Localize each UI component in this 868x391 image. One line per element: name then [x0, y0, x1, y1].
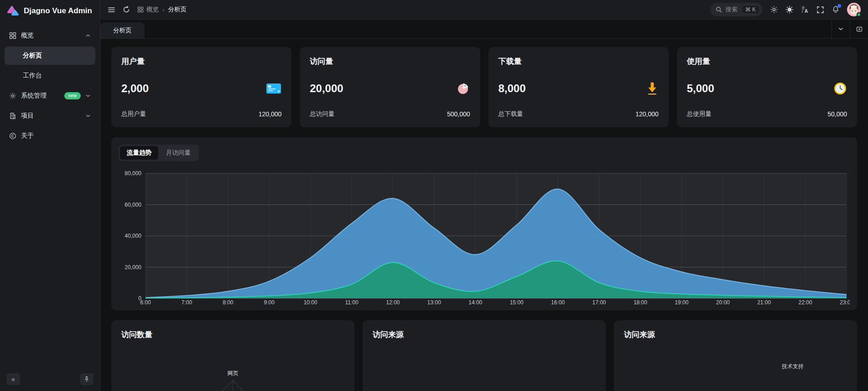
content-fullscreen-icon[interactable] [850, 20, 868, 38]
radar-chart: 网页 [111, 348, 354, 391]
stat-card-usage: 使用量 5,000 总使用量 50,000 [677, 47, 857, 127]
theme-sun-icon[interactable] [785, 5, 794, 14]
stat-value: 2,000 [121, 82, 149, 95]
stat-title: 下载量 [499, 56, 659, 67]
gear-icon [9, 92, 16, 99]
svg-text:14:00: 14:00 [468, 299, 482, 306]
sidebar-item-about[interactable]: 关于 [5, 127, 95, 145]
pie-chart [363, 348, 606, 391]
notification-dot [837, 4, 841, 8]
app-title: Djagno Vue Admin [24, 6, 92, 16]
header-actions: 搜索 ⌘ K 文 [710, 3, 861, 16]
stat-footer-label: 总访问量 [310, 110, 334, 118]
area-chart: 020,00040,00060,00080,0006:007:008:009:0… [119, 165, 850, 306]
svg-text:20:00: 20:00 [716, 299, 730, 306]
visit-count-card: 访问数量 网页 [111, 320, 354, 391]
breadcrumb: 概览 › 分析页 [137, 5, 187, 14]
breadcrumb-section[interactable]: 概览 [137, 5, 159, 14]
stat-footer-label: 总使用量 [687, 110, 712, 118]
page-content: 用户量 2,000 [100, 39, 868, 391]
sidebar-item-label: 分析页 [23, 52, 42, 60]
avatar[interactable] [847, 3, 861, 16]
top-header: 概览 › 分析页 搜索 ⌘ K [100, 0, 868, 20]
card-title: 访问来源 [373, 329, 596, 340]
stat-value: 20,000 [310, 82, 343, 95]
svg-text:%: % [464, 84, 467, 87]
grid-icon [9, 32, 16, 39]
svg-text:A: A [805, 9, 808, 14]
pie-slice-label: 技术支持 [782, 363, 804, 370]
stat-title: 访问量 [310, 56, 470, 67]
stat-card-visits: 访问量 20,000 % 总访问量 500,000 [300, 47, 480, 127]
svg-text:17:00: 17:00 [593, 299, 606, 306]
visit-source-rose-card: 访问来源 技术支持 [614, 320, 857, 391]
pie-icon: % [457, 82, 470, 95]
new-badge: new [64, 92, 81, 99]
fullscreen-icon[interactable] [816, 6, 824, 14]
sidebar-item-workbench[interactable]: 工作台 [5, 67, 95, 85]
search-placeholder: 搜索 [726, 5, 738, 14]
svg-text:20,000: 20,000 [125, 264, 141, 271]
search-icon [716, 6, 722, 13]
tab-tools [832, 20, 868, 38]
stat-value: 5,000 [687, 82, 714, 95]
clock-icon [833, 82, 847, 95]
svg-text:11:00: 11:00 [345, 299, 358, 306]
sidebar: Djagno Vue Admin 概览 分析页 [0, 0, 100, 391]
sidebar-item-label: 项目 [21, 112, 34, 120]
svg-text:40,000: 40,000 [125, 233, 141, 239]
search-input[interactable]: 搜索 ⌘ K [710, 3, 763, 16]
chevron-up-icon [85, 33, 91, 38]
sidebar-item-label: 工作台 [23, 72, 42, 80]
sidebar-item-project[interactable]: 项目 [5, 107, 95, 125]
stat-title: 使用量 [687, 56, 847, 67]
tab-bar: 分析页 [100, 20, 868, 39]
logo-row[interactable]: Djagno Vue Admin [0, 0, 100, 22]
notification-bell-icon[interactable] [832, 5, 840, 14]
stat-value: 8,000 [499, 82, 526, 95]
visit-source-pie-card: 访问来源 [363, 320, 606, 391]
sidebar-item-system[interactable]: 系统管理 new [5, 87, 95, 105]
settings-gear-icon[interactable] [770, 5, 778, 14]
sidebar-item-overview[interactable]: 概览 [5, 26, 95, 45]
chevron-down-icon [85, 93, 91, 99]
stat-title: 用户量 [121, 56, 281, 67]
refresh-icon[interactable] [123, 6, 130, 13]
hamburger-menu-icon[interactable] [108, 6, 115, 14]
svg-text:21:00: 21:00 [757, 299, 771, 306]
trend-segmented-control: 流量趋势 月访问量 [119, 145, 199, 161]
tab-traffic-trend[interactable]: 流量趋势 [120, 146, 158, 160]
rose-pie-chart: 技术支持 [614, 348, 857, 391]
building-icon [9, 112, 16, 120]
svg-text:8:00: 8:00 [223, 299, 234, 306]
stat-card-row: 用户量 2,000 [111, 47, 857, 127]
copyright-icon [9, 132, 16, 140]
sidebar-item-analytics[interactable]: 分析页 [5, 47, 95, 65]
svg-text:22:00: 22:00 [799, 299, 812, 306]
svg-text:19:00: 19:00 [675, 299, 688, 306]
online-status-dot [857, 12, 861, 17]
svg-text:60,000: 60,000 [125, 202, 141, 208]
stat-footer-value: 500,000 [447, 110, 470, 118]
svg-text:80,000: 80,000 [125, 170, 141, 177]
svg-text:6:00: 6:00 [140, 299, 151, 306]
sidebar-collapse-button[interactable]: « [6, 373, 20, 385]
svg-text:16:00: 16:00 [551, 299, 565, 306]
id-card-icon [266, 83, 281, 94]
chevron-down-icon [85, 113, 91, 119]
tab-analytics[interactable]: 分析页 [100, 22, 145, 38]
language-translate-icon[interactable]: 文 A [801, 5, 809, 14]
tab-monthly-visits[interactable]: 月访问量 [159, 146, 198, 160]
search-shortcut: ⌘ K [741, 5, 760, 14]
stat-footer-label: 总下载量 [499, 110, 523, 118]
pin-icon[interactable] [80, 373, 94, 385]
stat-card-users: 用户量 2,000 [111, 47, 291, 127]
stat-footer-value: 50,000 [827, 110, 847, 118]
stat-footer-label: 总用户量 [121, 110, 146, 118]
breadcrumb-separator: › [162, 6, 165, 13]
sidebar-item-label: 概览 [21, 31, 34, 40]
sidebar-item-label: 系统管理 [21, 92, 47, 100]
tabs-chevron-down-icon[interactable] [832, 20, 850, 38]
stat-footer-value: 120,000 [635, 110, 659, 118]
svg-text:15:00: 15:00 [510, 299, 524, 306]
